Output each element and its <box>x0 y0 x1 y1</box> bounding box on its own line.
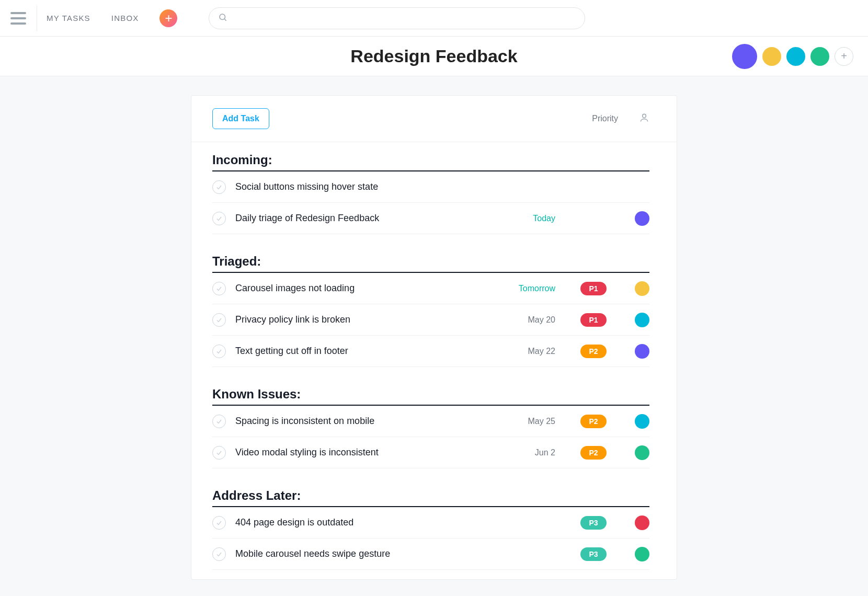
title-bar: Redesign Feedback + <box>0 37 868 76</box>
priority-pill: P2 <box>580 415 607 428</box>
assignee-avatar[interactable] <box>635 344 649 359</box>
add-button[interactable]: + <box>159 9 177 27</box>
panel-wrap: Add Task Priority Incoming:Social button… <box>0 76 868 580</box>
assignee-avatar[interactable] <box>635 515 649 530</box>
task-due-date: Jun 2 <box>498 448 555 457</box>
priority-pill: P1 <box>580 282 607 295</box>
priority-pill: P3 <box>580 547 607 561</box>
task-row[interactable]: Mobile carousel needs swipe gestureP3 <box>212 538 649 570</box>
hamburger-menu-icon[interactable] <box>10 9 29 28</box>
task-row[interactable]: 404 page design is outdatedP3 <box>212 507 649 538</box>
task-due-date: May 25 <box>498 417 555 426</box>
task-row[interactable]: Text getting cut off in footerMay 22P2 <box>212 336 649 367</box>
task-name: Text getting cut off in footer <box>235 346 488 357</box>
member-avatar[interactable] <box>786 47 805 66</box>
priority-column-header: Priority <box>592 114 618 123</box>
task-name: Daily triage of Redesign Feedback <box>235 213 488 224</box>
task-row[interactable]: Video modal styling is inconsistentJun 2… <box>212 437 649 468</box>
task-row[interactable]: Spacing is inconsistent on mobileMay 25P… <box>212 406 649 437</box>
search-icon <box>218 13 227 24</box>
task-name: 404 page design is outdated <box>235 517 488 528</box>
task-row[interactable]: Privacy policy link is brokenMay 20P1 <box>212 304 649 336</box>
add-member-button[interactable]: + <box>835 47 853 66</box>
search-input[interactable] <box>209 7 585 29</box>
task-name: Mobile carousel needs swipe gesture <box>235 548 488 559</box>
assignee-avatar[interactable] <box>635 445 649 460</box>
complete-task-checkbox[interactable] <box>212 547 226 561</box>
assignee-avatar[interactable] <box>635 414 649 429</box>
member-avatars: + <box>732 44 853 69</box>
task-row[interactable]: Daily triage of Redesign FeedbackToday <box>212 203 649 234</box>
task-panel: Add Task Priority Incoming:Social button… <box>191 95 677 580</box>
priority-pill: P3 <box>580 516 607 530</box>
task-section: Address Later:404 page design is outdate… <box>191 478 677 579</box>
assignee-avatar[interactable] <box>635 281 649 296</box>
task-due-date: May 20 <box>498 315 555 325</box>
complete-task-checkbox[interactable] <box>212 212 226 225</box>
task-section: Incoming:Social buttons missing hover st… <box>191 142 677 244</box>
task-row[interactable]: Carousel images not loadingTomorrowP1 <box>212 273 649 304</box>
complete-task-checkbox[interactable] <box>212 516 226 530</box>
task-name: Social buttons missing hover state <box>235 181 488 192</box>
assignee-avatar[interactable] <box>635 547 649 561</box>
complete-task-checkbox[interactable] <box>212 415 226 428</box>
complete-task-checkbox[interactable] <box>212 345 226 358</box>
search-wrap <box>209 7 585 29</box>
priority-pill: P2 <box>580 345 607 358</box>
task-name: Spacing is inconsistent on mobile <box>235 416 488 427</box>
task-due-date: May 22 <box>498 347 555 356</box>
nav-my-tasks[interactable]: MY TASKS <box>47 14 90 22</box>
plus-icon: + <box>165 11 172 26</box>
assignee-avatar[interactable] <box>635 211 649 226</box>
task-due-date: Tomorrow <box>498 284 555 293</box>
member-avatar[interactable] <box>810 47 829 66</box>
task-name: Video modal styling is inconsistent <box>235 447 488 458</box>
add-task-button[interactable]: Add Task <box>212 108 269 129</box>
task-name: Carousel images not loading <box>235 283 488 294</box>
member-avatar[interactable] <box>762 47 781 66</box>
task-section: Known Issues:Spacing is inconsistent on … <box>191 376 677 478</box>
assignee-avatar[interactable] <box>635 313 649 327</box>
section-title: Known Issues: <box>212 387 649 406</box>
complete-task-checkbox[interactable] <box>212 446 226 460</box>
svg-point-2 <box>643 114 646 118</box>
section-title: Address Later: <box>212 488 649 507</box>
top-nav: MY TASKS INBOX + <box>0 0 868 37</box>
priority-pill: P1 <box>580 313 607 327</box>
svg-line-1 <box>225 19 226 20</box>
task-section: Triaged:Carousel images not loadingTomor… <box>191 244 677 376</box>
section-title: Incoming: <box>212 153 649 171</box>
complete-task-checkbox[interactable] <box>212 313 226 327</box>
divider <box>37 5 37 31</box>
member-avatar[interactable] <box>732 44 757 69</box>
svg-point-0 <box>220 14 225 20</box>
complete-task-checkbox[interactable] <box>212 282 226 295</box>
task-name: Privacy policy link is broken <box>235 314 488 325</box>
complete-task-checkbox[interactable] <box>212 180 226 194</box>
task-due-date: Today <box>498 214 555 223</box>
panel-header: Add Task Priority <box>191 96 677 142</box>
task-row[interactable]: Social buttons missing hover state <box>212 171 649 203</box>
priority-pill: P2 <box>580 446 607 460</box>
section-title: Triaged: <box>212 254 649 273</box>
assignee-column-icon <box>639 112 649 125</box>
nav-inbox[interactable]: INBOX <box>111 14 139 22</box>
